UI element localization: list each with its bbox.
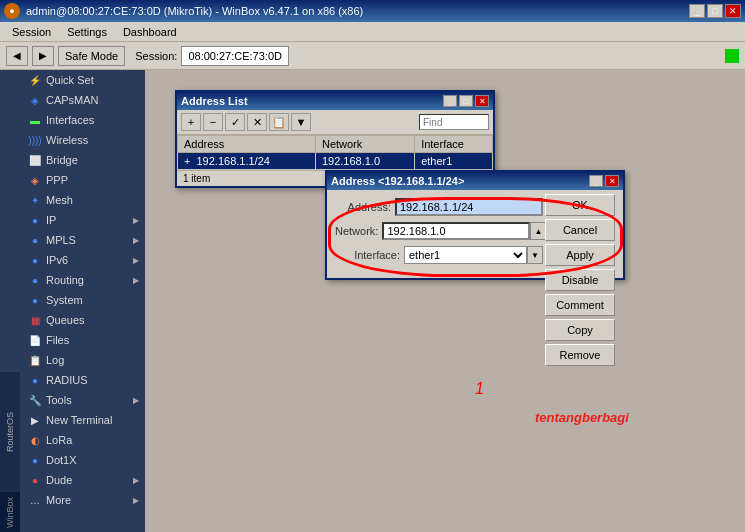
- system-icon: ●: [28, 293, 42, 307]
- sidebar-item-queues[interactable]: ▦ Queues: [20, 310, 145, 330]
- ppp-icon: ◈: [28, 173, 42, 187]
- sidebar-item-dude[interactable]: ● Dude ▶: [20, 470, 145, 490]
- network-dropdown-button[interactable]: ▲: [530, 222, 546, 240]
- address-edit-minimize[interactable]: _: [589, 175, 603, 187]
- number-annotation-1: 1: [475, 380, 484, 398]
- app-icon: ●: [4, 3, 20, 19]
- interface-field-row: Interface: ether1 ▼: [335, 246, 543, 264]
- menu-settings[interactable]: Settings: [59, 24, 115, 40]
- ip-arrow-icon: ▶: [133, 216, 139, 225]
- sidebar-item-more[interactable]: … More ▶: [20, 490, 145, 510]
- col-address[interactable]: Address: [178, 136, 316, 153]
- add-address-button[interactable]: +: [181, 113, 201, 131]
- radius-icon: ●: [28, 373, 42, 387]
- mesh-icon: ✦: [28, 193, 42, 207]
- address-list-controls: _ □ ✕: [443, 95, 489, 107]
- sidebar-item-ipv6[interactable]: ● IPv6 ▶: [20, 250, 145, 270]
- main-toolbar: ◀ ▶ Safe Mode Session: 08:00:27:CE:73:0D: [0, 42, 745, 70]
- content-area: Address List _ □ ✕ + − ✓ ✕ 📋 ▼ Add: [145, 70, 745, 532]
- remove-address-button[interactable]: −: [203, 113, 223, 131]
- sidebar-item-files[interactable]: 📄 Files: [20, 330, 145, 350]
- copy-address-button[interactable]: ✕: [247, 113, 267, 131]
- sidebar-item-system[interactable]: ● System: [20, 290, 145, 310]
- address-list-minimize[interactable]: _: [443, 95, 457, 107]
- sidebar-item-label: New Terminal: [46, 414, 112, 426]
- interface-dropdown-button[interactable]: ▼: [527, 246, 543, 264]
- safe-mode-button[interactable]: Safe Mode: [58, 46, 125, 66]
- sidebar-item-lora[interactable]: ◐ LoRa: [20, 430, 145, 450]
- network-input[interactable]: [382, 222, 530, 240]
- session-label: Session:: [135, 50, 177, 62]
- sidebar-item-radius[interactable]: ● RADIUS: [20, 370, 145, 390]
- sidebar-item-label: Wireless: [46, 134, 88, 146]
- sidebar-item-label: Routing: [46, 274, 84, 286]
- close-button[interactable]: ✕: [725, 4, 741, 18]
- ok-button[interactable]: OK: [545, 194, 615, 216]
- address-edit-titlebar: Address <192.168.1.1/24> _ ✕: [327, 172, 623, 190]
- find-input[interactable]: [419, 114, 489, 130]
- mpls-arrow-icon: ▶: [133, 236, 139, 245]
- sidebar-item-label: Queues: [46, 314, 85, 326]
- menu-session[interactable]: Session: [4, 24, 59, 40]
- disable-button[interactable]: Disable: [545, 269, 615, 291]
- address-edit-window: Address <192.168.1.1/24> _ ✕ Address: Ne…: [325, 170, 625, 280]
- sidebar-item-label: PPP: [46, 174, 68, 186]
- files-icon: 📄: [28, 333, 42, 347]
- interface-label: Interface:: [335, 249, 400, 261]
- sidebar-item-interfaces[interactable]: ▬ Interfaces: [20, 110, 145, 130]
- cancel-button[interactable]: Cancel: [545, 219, 615, 241]
- sidebar-item-routing[interactable]: ● Routing ▶: [20, 270, 145, 290]
- interfaces-icon: ▬: [28, 113, 42, 127]
- col-network[interactable]: Network: [315, 136, 414, 153]
- minimize-button[interactable]: _: [689, 4, 705, 18]
- sidebar-item-mesh[interactable]: ✦ Mesh: [20, 190, 145, 210]
- comment-button[interactable]: Comment: [545, 294, 615, 316]
- interface-select[interactable]: ether1: [404, 246, 527, 264]
- edit-form-area: Address: Network: ▲ Interface: ether1: [327, 190, 623, 278]
- sidebar-item-label: Bridge: [46, 154, 78, 166]
- forward-button[interactable]: ▶: [32, 46, 54, 66]
- address-list-titlebar: Address List _ □ ✕: [177, 92, 493, 110]
- address-list-maximize[interactable]: □: [459, 95, 473, 107]
- sidebar-item-capsman[interactable]: ◈ CAPsMAN: [20, 90, 145, 110]
- sidebar-item-bridge[interactable]: ⬜ Bridge: [20, 150, 145, 170]
- sidebar-item-quickset[interactable]: ⚡ Quick Set: [20, 70, 145, 90]
- remove-button[interactable]: Remove: [545, 344, 615, 366]
- tools-icon: 🔧: [28, 393, 42, 407]
- item-count: 1 item: [183, 173, 210, 184]
- copy-button[interactable]: Copy: [545, 319, 615, 341]
- address-list-close[interactable]: ✕: [475, 95, 489, 107]
- address-input[interactable]: [395, 198, 543, 216]
- mpls-icon: ●: [28, 233, 42, 247]
- sidebar-item-label: Dot1X: [46, 454, 77, 466]
- watermark-text: tentangberbagi: [535, 410, 629, 425]
- queues-icon: ▦: [28, 313, 42, 327]
- address-list-toolbar: + − ✓ ✕ 📋 ▼: [177, 110, 493, 135]
- sidebar-item-new-terminal[interactable]: ▶ New Terminal: [20, 410, 145, 430]
- sidebar-item-label: More: [46, 494, 71, 506]
- ip-icon: ●: [28, 213, 42, 227]
- quickset-icon: ⚡: [28, 73, 42, 87]
- apply-button[interactable]: Apply: [545, 244, 615, 266]
- col-interface[interactable]: Interface: [415, 136, 493, 153]
- tools-arrow-icon: ▶: [133, 396, 139, 405]
- filter-button[interactable]: ▼: [291, 113, 311, 131]
- edit-address-button[interactable]: ✓: [225, 113, 245, 131]
- sidebar-item-log[interactable]: 📋 Log: [20, 350, 145, 370]
- table-row[interactable]: + 192.168.1.1/24 192.168.1.0 ether1: [178, 153, 493, 170]
- menu-dashboard[interactable]: Dashboard: [115, 24, 185, 40]
- maximize-button[interactable]: □: [707, 4, 723, 18]
- back-button[interactable]: ◀: [6, 46, 28, 66]
- sidebar-item-mpls[interactable]: ● MPLS ▶: [20, 230, 145, 250]
- window-title: admin@08:00:27:CE:73:0D (MikroTik) - Win…: [26, 5, 363, 17]
- sidebar-item-ppp[interactable]: ◈ PPP: [20, 170, 145, 190]
- sidebar-item-ip[interactable]: ● IP ▶: [20, 210, 145, 230]
- address-edit-close[interactable]: ✕: [605, 175, 619, 187]
- paste-address-button[interactable]: 📋: [269, 113, 289, 131]
- log-icon: 📋: [28, 353, 42, 367]
- cell-network: 192.168.1.0: [315, 153, 414, 170]
- sidebar-item-label: Tools: [46, 394, 72, 406]
- sidebar-item-wireless[interactable]: )))) Wireless: [20, 130, 145, 150]
- sidebar-item-tools[interactable]: 🔧 Tools ▶: [20, 390, 145, 410]
- sidebar-item-dot1x[interactable]: ● Dot1X: [20, 450, 145, 470]
